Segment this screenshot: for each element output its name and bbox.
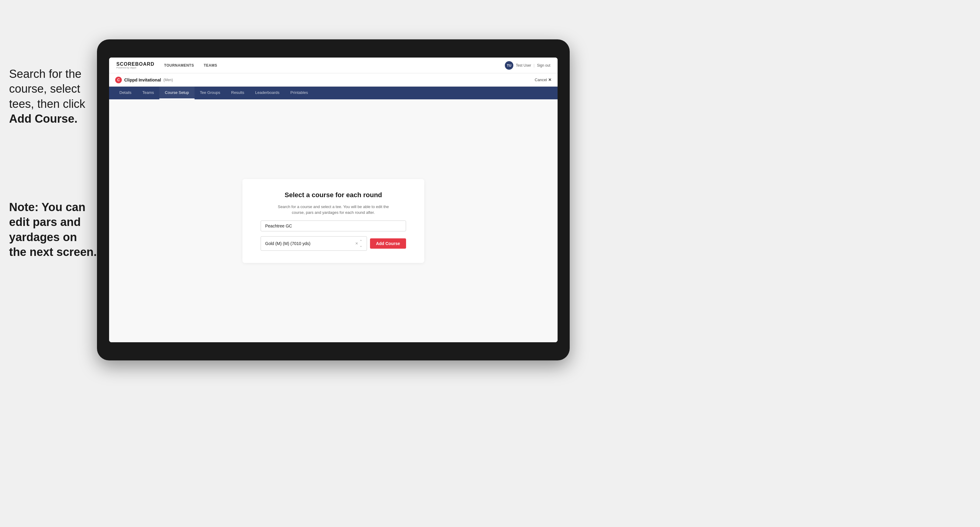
tournament-title: Clippd Invitational [124,78,161,83]
tablet-frame: SCOREBOARD Powered by clippd TOURNAMENTS… [97,40,570,360]
tab-course-setup[interactable]: Course Setup [159,87,194,99]
tournament-bar: C Clippd Invitational (Men) Cancel ✕ [109,73,558,87]
annotation-text: Search for the course, select tees, then… [9,67,94,127]
card-title: Select a course for each round [285,191,382,199]
tab-results[interactable]: Results [226,87,250,99]
tab-teams[interactable]: Teams [137,87,159,99]
header-left: SCOREBOARD Powered by clippd TOURNAMENTS… [116,62,217,69]
add-course-button[interactable]: Add Course [370,238,406,249]
logo-main: SCOREBOARD [116,62,154,67]
tab-printables[interactable]: Printables [285,87,313,99]
tee-select-text: Gold (M) (M) (7010 yds) [265,241,355,246]
cancel-button[interactable]: Cancel ✕ [535,78,552,82]
logo-sub: Powered by clippd [116,67,154,69]
main-content: Select a course for each round Search fo… [109,99,558,342]
annotation-note: Note: You can edit pars and yardages on … [9,200,97,260]
tee-select-controls: ✕ ⌃⌄ [355,239,363,248]
course-setup-card: Select a course for each round Search fo… [242,179,424,263]
user-name: Test User [516,63,531,68]
pipe-divider: | [534,63,535,68]
app-header: SCOREBOARD Powered by clippd TOURNAMENTS… [109,57,558,73]
tab-details[interactable]: Details [114,87,137,99]
tournament-gender: (Men) [163,78,173,82]
tab-tee-groups[interactable]: Tee Groups [194,87,226,99]
cancel-x-icon: ✕ [548,78,552,82]
user-avatar: TU [505,61,513,70]
nav-teams[interactable]: TEAMS [204,62,217,69]
tee-select-wrapper[interactable]: Gold (M) (M) (7010 yds) ✕ ⌃⌄ [261,236,367,251]
card-subtitle: Search for a course and select a tee. Yo… [278,204,389,216]
tee-chevron-icon[interactable]: ⌃⌄ [360,239,363,248]
tab-leaderboards[interactable]: Leaderboards [250,87,285,99]
clippd-icon: C [115,77,122,83]
tee-clear-icon[interactable]: ✕ [355,241,358,246]
tee-select-row: Gold (M) (M) (7010 yds) ✕ ⌃⌄ Add Course [261,236,406,251]
sign-out-link[interactable]: Sign out [537,63,550,68]
tab-navigation: Details Teams Course Setup Tee Groups Re… [109,87,558,99]
course-search-input[interactable] [261,221,406,232]
tournament-name-section: C Clippd Invitational (Men) [115,77,173,83]
logo: SCOREBOARD Powered by clippd [116,62,154,69]
nav-tournaments[interactable]: TOURNAMENTS [164,62,194,69]
tablet-screen: SCOREBOARD Powered by clippd TOURNAMENTS… [109,57,558,342]
header-right: TU Test User | Sign out [505,61,550,70]
